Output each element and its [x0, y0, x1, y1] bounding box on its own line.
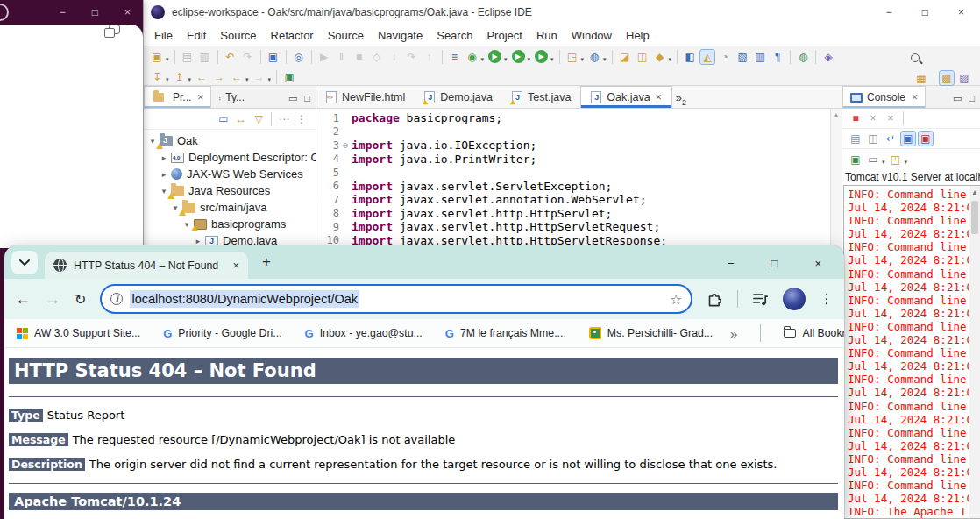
tree-item[interactable]: ▾src/main/java — [144, 199, 316, 216]
bookmark-star-icon[interactable]: ☆ — [670, 291, 682, 308]
bookmarks-overflow-icon[interactable]: » — [730, 326, 737, 341]
url-text[interactable]: localhost:8080/DynamicWebproject/Oak — [130, 290, 359, 308]
bookmark-item[interactable]: Ms. Persichilli- Grad... — [589, 327, 713, 339]
browser-minimize-button[interactable]: − — [728, 257, 735, 270]
convert-icon[interactable]: ◧ — [682, 49, 698, 65]
menu-source[interactable]: Source — [321, 27, 371, 44]
dropdown-caret-icon[interactable]: ▾ — [603, 56, 607, 63]
eclipse-titlebar[interactable]: eclipse-workspace - Oak/src/main/java/ba… — [144, 0, 980, 25]
remove-all-launches-icon[interactable]: × — [883, 110, 898, 126]
remove-launch-icon[interactable]: × — [865, 110, 881, 126]
scroll-up-icon[interactable]: ▲ — [969, 186, 980, 196]
new-server-icon[interactable]: ◳ — [565, 49, 580, 65]
menu-run[interactable]: Run — [529, 27, 565, 44]
console-scrollbar[interactable]: ▲ — [969, 186, 980, 518]
view-menu-icon[interactable]: ⋮ — [294, 111, 309, 127]
step-return-icon[interactable]: ↑ — [422, 49, 437, 65]
expand-arrow-icon[interactable]: ▸ — [159, 170, 169, 179]
dropdown-caret-icon[interactable]: ▾ — [905, 159, 908, 166]
bookmark-item[interactable]: AW 3.0 Support Site... — [17, 327, 140, 339]
close-editor-tab-icon[interactable]: × — [656, 91, 662, 103]
word-wrap-icon[interactable]: ↵ — [883, 131, 898, 146]
filter-icon[interactable]: ▽ — [251, 111, 266, 127]
menu-search[interactable]: Search — [430, 27, 479, 44]
scroll-lock-icon[interactable]: ◫ — [865, 131, 881, 146]
step-into-icon[interactable]: ↓ — [387, 49, 402, 65]
bookmark-item[interactable]: GInbox - ye.gao@stu... — [305, 327, 423, 340]
explorer-maximize-icon[interactable]: □ — [304, 93, 310, 104]
profile-icon[interactable]: ▶ — [535, 50, 548, 63]
focus-menu-icon[interactable]: ⋯ — [276, 111, 292, 127]
back-icon[interactable]: ← — [229, 69, 245, 85]
search-icon[interactable] — [909, 52, 923, 66]
eclipse-minimize-button[interactable]: − — [886, 6, 892, 18]
address-bar[interactable]: i localhost:8080/DynamicWebproject/Oak ☆ — [100, 284, 692, 314]
tree-item[interactable]: ▸JAX-WS Web Services — [144, 166, 316, 182]
close-console-icon[interactable]: × — [912, 91, 918, 103]
hidden-tabs-indicator[interactable]: »2 — [676, 88, 686, 107]
show-whitespace-icon[interactable]: ¶ — [770, 49, 785, 65]
tree-item[interactable]: ▾Java Resources — [144, 182, 316, 199]
menu-edit[interactable]: Edit — [180, 27, 213, 44]
clear-console-icon[interactable]: ▤ — [848, 131, 863, 146]
open-element-icon[interactable]: ≡ — [447, 49, 463, 65]
next-annotation-icon[interactable]: ↥ — [172, 69, 188, 85]
new-wizard-icon[interactable]: ▣ — [149, 49, 165, 65]
dropdown-caret-icon[interactable]: ▾ — [188, 76, 192, 83]
report-icon[interactable]: ▥ — [752, 49, 768, 65]
menu-project[interactable]: Project — [479, 27, 529, 44]
forward-button[interactable]: → — [45, 290, 60, 309]
bookmark-item[interactable]: GPriority - Google Dri... — [163, 327, 281, 340]
terminate-icon[interactable]: ■ — [352, 49, 367, 65]
show-stdout-toggle-icon[interactable]: ▣ — [900, 131, 916, 146]
tree-item[interactable]: ▸Deployment Descriptor: Oak — [144, 149, 316, 166]
tab-console[interactable]: Console × — [842, 86, 926, 108]
new-tab-button[interactable]: + — [255, 251, 278, 274]
run-external-icon[interactable]: ◈ — [820, 49, 836, 65]
editor-tab-test-java[interactable]: Test.java — [502, 86, 580, 108]
debug-icon[interactable]: ◉ — [465, 49, 480, 65]
tab-queue-icon[interactable] — [752, 292, 769, 307]
dropdown-caret-icon[interactable]: ▾ — [481, 56, 485, 63]
console-minimize-icon[interactable]: ▭ — [953, 93, 962, 104]
open-perspective-icon[interactable]: ▦ — [913, 70, 929, 86]
export-log-icon[interactable]: ▧ — [735, 49, 750, 65]
run-icon[interactable]: ▶ — [488, 50, 501, 63]
explorer-minimize-icon[interactable]: ▭ — [288, 93, 297, 104]
expand-arrow-icon[interactable]: ▸ — [159, 153, 169, 162]
link-with-editor-icon[interactable]: ↔ — [233, 111, 249, 127]
dropdown-caret-icon[interactable]: ▾ — [166, 56, 169, 63]
purple-maximize-button[interactable]: □ — [92, 6, 98, 18]
eclipse-close-button[interactable]: × — [958, 6, 964, 18]
coverage-icon[interactable]: ▶ — [512, 50, 525, 63]
open-console-icon[interactable]: ◳ — [888, 152, 904, 167]
console-maximize-icon[interactable]: □ — [969, 93, 975, 104]
dropdown-caret-icon[interactable]: ▾ — [245, 76, 249, 83]
editor-tab-demo-java[interactable]: Demo.java — [415, 86, 502, 108]
all-bookmarks-button[interactable]: All Bookmarks — [784, 327, 844, 339]
menu-navigate[interactable]: Navigate — [371, 27, 430, 44]
dropdown-caret-icon[interactable]: ▾ — [166, 76, 169, 83]
dropdown-caret-icon[interactable]: ▾ — [268, 76, 272, 83]
editor-tab-oak-java[interactable]: Oak.java× — [580, 86, 671, 108]
save-icon[interactable]: ▤ — [180, 49, 195, 65]
menu-help[interactable]: Help — [619, 27, 657, 44]
refresh-icon[interactable]: ◔ — [717, 49, 733, 65]
back-button[interactable]: ← — [15, 290, 31, 309]
console-scroll-thumb[interactable] — [971, 201, 978, 234]
dropdown-caret-icon[interactable]: ▾ — [504, 56, 508, 63]
menu-refactor[interactable]: Refactor — [264, 27, 321, 44]
save-all-icon[interactable]: ▥ — [197, 49, 213, 65]
back-annotation-icon[interactable]: ← — [194, 69, 209, 85]
show-stderr-toggle-icon[interactable]: ▣ — [918, 131, 934, 146]
extensions-icon[interactable] — [707, 291, 723, 308]
close-project-explorer-icon[interactable]: × — [197, 91, 203, 103]
profile-avatar[interactable] — [783, 288, 806, 310]
menu-source[interactable]: Source — [213, 27, 263, 44]
disconnect-icon[interactable]: ◇ — [369, 49, 385, 65]
tab-search-button[interactable] — [11, 251, 38, 274]
dropdown-caret-icon[interactable]: ▾ — [581, 56, 585, 63]
eclipse-maximize-button[interactable]: □ — [922, 6, 928, 18]
bookmark-item[interactable]: G7M le français Mme.... — [445, 327, 566, 340]
web-service-icon[interactable]: ◍ — [586, 49, 602, 65]
